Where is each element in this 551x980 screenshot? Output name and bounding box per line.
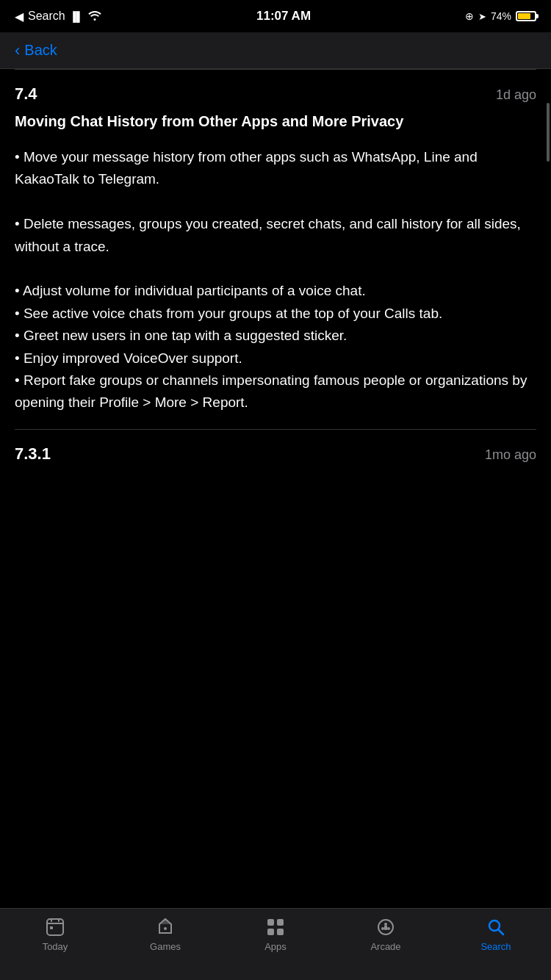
section-divider	[15, 429, 536, 430]
bullet-6: • Enjoy improved VoiceOver support.	[15, 350, 242, 366]
version-74-body: • Move your message history from other a…	[15, 146, 536, 414]
tab-arcade[interactable]: Arcade	[331, 916, 441, 952]
version-74-title: Moving Chat History from Other Apps and …	[15, 111, 536, 131]
back-indicator: ◀	[15, 10, 24, 24]
back-chevron-icon: ‹	[15, 41, 20, 60]
tab-arcade-label: Arcade	[370, 941, 400, 952]
svg-point-14	[387, 927, 390, 930]
svg-point-5	[164, 927, 167, 930]
bullet-1: • Move your message history from other a…	[15, 149, 478, 187]
svg-rect-4	[50, 926, 53, 929]
location-icon: ⊕	[465, 10, 474, 22]
svg-point-11	[384, 923, 387, 926]
bullet-7: • Report fake groups or channels imperso…	[15, 372, 527, 410]
search-icon	[485, 916, 507, 938]
battery-icon	[516, 11, 536, 21]
today-icon	[44, 916, 66, 938]
svg-rect-9	[277, 929, 284, 935]
status-right: ⊕ ➤ 74%	[465, 10, 536, 22]
bullet-5: • Greet new users in one tap with a sugg…	[15, 328, 347, 343]
svg-rect-8	[267, 929, 274, 935]
version-74-number: 7.4	[15, 84, 37, 104]
status-bar: ◀ Search ▐▌ 11:07 AM ⊕ ➤ 74%	[0, 0, 551, 32]
carrier-name: Search	[28, 10, 65, 23]
version-74-header: 7.4 1d ago	[15, 84, 536, 104]
tab-bar: Today Games Apps	[0, 908, 551, 980]
tab-games-label: Games	[150, 941, 181, 952]
bullet-4: • See active voice chats from your group…	[15, 306, 442, 321]
tab-apps-label: Apps	[264, 941, 287, 952]
nav-bar: ‹ Back	[0, 32, 551, 69]
tab-search-label: Search	[480, 941, 511, 952]
scrollbar[interactable]	[547, 103, 550, 162]
svg-rect-6	[267, 919, 274, 926]
bullet-2: • Delete messages, groups you created, s…	[15, 216, 521, 253]
tab-search[interactable]: Search	[441, 916, 551, 952]
apps-icon	[264, 916, 287, 938]
svg-rect-0	[47, 919, 63, 935]
games-icon	[154, 916, 176, 938]
svg-rect-12	[384, 926, 387, 930]
back-label: Back	[24, 42, 57, 59]
battery-percent: 74%	[491, 10, 511, 22]
version-731-number: 7.3.1	[15, 444, 51, 464]
version-731-header: 7.3.1 1mo ago	[15, 444, 536, 471]
back-button[interactable]: ‹ Back	[15, 41, 57, 60]
signal-bars: ▐▌	[70, 11, 83, 22]
svg-point-13	[381, 927, 384, 930]
arcade-icon	[375, 916, 397, 938]
svg-rect-1	[47, 923, 63, 924]
status-time: 11:07 AM	[256, 9, 311, 24]
tab-apps[interactable]: Apps	[220, 916, 331, 952]
wifi-icon	[87, 10, 102, 24]
gps-icon: ➤	[478, 11, 486, 22]
tab-today-label: Today	[43, 941, 68, 952]
content: 7.4 1d ago Moving Chat History from Othe…	[0, 70, 551, 471]
svg-line-16	[499, 930, 504, 935]
tab-today[interactable]: Today	[0, 916, 110, 952]
svg-rect-2	[51, 918, 52, 922]
content-wrapper: 7.4 1d ago Moving Chat History from Othe…	[0, 70, 551, 552]
svg-rect-3	[58, 918, 60, 922]
version-731-time: 1mo ago	[485, 447, 536, 463]
bullet-3: • Adjust volume for individual participa…	[15, 283, 366, 298]
status-left: ◀ Search ▐▌	[15, 10, 102, 24]
svg-rect-7	[277, 919, 284, 926]
tab-games[interactable]: Games	[110, 916, 220, 952]
version-74-time: 1d ago	[496, 87, 536, 103]
